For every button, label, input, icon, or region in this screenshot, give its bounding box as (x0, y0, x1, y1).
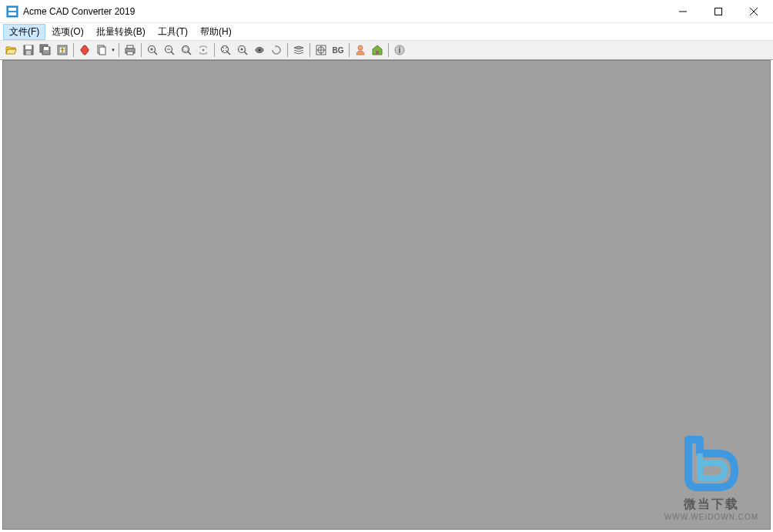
watermark-logo-icon (677, 432, 746, 494)
menu-tools[interactable]: 工具(T) (152, 24, 194, 40)
svg-rect-9 (26, 51, 31, 55)
zoom-extents-icon[interactable] (217, 42, 234, 59)
info-icon[interactable]: i (391, 42, 408, 59)
svg-line-24 (171, 52, 174, 55)
minimize-button[interactable] (665, 0, 701, 23)
toolbar-separator (287, 43, 288, 57)
toolbar: ▼ BG i (0, 40, 773, 60)
svg-line-27 (188, 52, 191, 55)
svg-point-41 (358, 45, 363, 50)
svg-line-33 (244, 52, 247, 55)
save-icon[interactable] (20, 42, 37, 59)
watermark-url: WWW.WEIDOWN.COM (664, 513, 758, 521)
toolbar-separator (310, 43, 310, 57)
titlebar: Acme CAD Converter 2019 (0, 0, 773, 23)
home-icon[interactable] (369, 42, 386, 59)
canvas-workspace[interactable]: 微当下载 WWW.WEIDOWN.COM (2, 60, 771, 530)
toolbar-separator (119, 43, 119, 57)
window-controls (665, 0, 771, 23)
svg-point-29 (202, 49, 205, 52)
svg-rect-8 (25, 45, 32, 49)
print-icon[interactable] (122, 42, 139, 59)
svg-rect-18 (127, 52, 133, 55)
window-title: Acme CAD Converter 2019 (23, 6, 665, 17)
svg-line-20 (154, 52, 157, 55)
open-icon[interactable] (3, 42, 20, 59)
watermark-text: 微当下载 (664, 497, 758, 513)
toolbar-separator (388, 43, 389, 57)
app-icon (6, 5, 18, 18)
convert-icon[interactable] (54, 42, 71, 59)
svg-rect-16 (127, 45, 133, 49)
layers-icon[interactable] (290, 42, 307, 59)
svg-text:i: i (399, 46, 401, 55)
svg-line-31 (227, 52, 230, 55)
bg-button[interactable]: BG (330, 42, 346, 59)
pan-icon[interactable] (251, 42, 268, 59)
menu-help[interactable]: 帮助(H) (194, 24, 238, 40)
zoom-dynamic-icon[interactable] (195, 42, 212, 59)
pdf-export-icon[interactable] (76, 42, 93, 59)
svg-rect-2 (8, 12, 16, 15)
menubar: 文件(F) 选项(O) 批量转换(B) 工具(T) 帮助(H) (0, 23, 773, 40)
copy-icon[interactable] (93, 42, 110, 59)
user-icon[interactable] (352, 42, 369, 59)
svg-rect-12 (44, 47, 49, 50)
zoom-out-icon[interactable] (161, 42, 178, 59)
close-button[interactable] (736, 0, 771, 23)
svg-point-36 (259, 49, 261, 52)
copy-dropdown-icon[interactable]: ▼ (110, 48, 116, 52)
measure-icon[interactable] (313, 42, 330, 59)
zoom-window-icon[interactable] (178, 42, 195, 59)
svg-rect-42 (376, 51, 379, 55)
menu-file[interactable]: 文件(F) (3, 24, 45, 40)
svg-point-34 (241, 49, 243, 51)
rotate-icon[interactable] (268, 42, 285, 59)
toolbar-separator (349, 43, 350, 57)
svg-rect-15 (99, 47, 105, 55)
zoom-in-icon[interactable] (144, 42, 161, 59)
toolbar-separator (73, 43, 74, 57)
zoom-realtime-icon[interactable] (234, 42, 251, 59)
menu-batch[interactable]: 批量转换(B) (90, 24, 152, 40)
svg-rect-28 (183, 47, 188, 52)
watermark: 微当下载 WWW.WEIDOWN.COM (664, 432, 758, 521)
svg-rect-4 (715, 8, 722, 15)
menu-options[interactable]: 选项(O) (45, 24, 89, 40)
toolbar-separator (214, 43, 215, 57)
save-all-icon[interactable] (37, 42, 54, 59)
maximize-button[interactable] (701, 0, 736, 23)
toolbar-separator (141, 43, 142, 57)
svg-rect-1 (8, 8, 16, 11)
